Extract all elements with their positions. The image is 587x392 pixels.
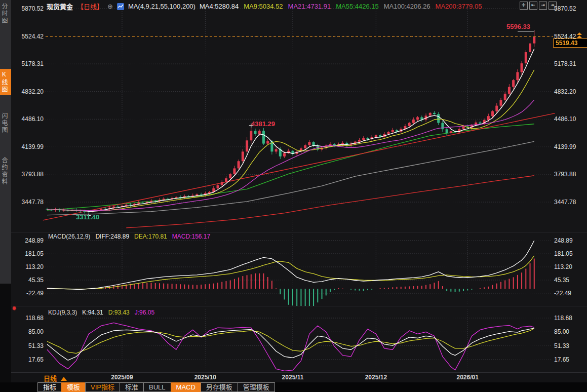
axis-label: 113.20 bbox=[15, 263, 44, 270]
macd-diff-value: DIFF:248.89 bbox=[95, 233, 129, 240]
axis-label: 17.65 bbox=[15, 356, 44, 363]
tab-另存模板[interactable]: 另存模板 bbox=[201, 382, 238, 392]
kdj-j-value: J:96.05 bbox=[135, 309, 154, 316]
x-axis-date-label: 2025/12 bbox=[365, 374, 387, 381]
panel-divider bbox=[11, 306, 587, 306]
axis-fit-left-icon[interactable]: ⇤ bbox=[529, 2, 537, 10]
macd-title: MACD(26,12,9) bbox=[48, 233, 90, 240]
current-price-tag: 5519.43 bbox=[553, 38, 587, 48]
axis-label: 4832.20 bbox=[554, 88, 576, 95]
macd-value: MACD:156.17 bbox=[172, 233, 210, 240]
macd-dea-value: DEA:170.81 bbox=[134, 233, 167, 240]
ma-value: MA4:5280.84 bbox=[200, 3, 239, 10]
annotation-low: 3311.40 bbox=[76, 213, 99, 221]
annotation-session-high: 5596.33 bbox=[506, 23, 530, 30]
axis-label: 5870.52 bbox=[15, 5, 44, 12]
axis-fit-bottom-icon[interactable]: ⇥ bbox=[539, 2, 547, 10]
axis-label: -22.49 bbox=[15, 290, 44, 297]
axis-label: 4139.99 bbox=[15, 143, 44, 150]
tab-VIP指标[interactable]: VIP指标 bbox=[85, 382, 120, 392]
sidebar-item-3[interactable]: 闪电图 bbox=[0, 112, 11, 134]
axis-label: 118.68 bbox=[15, 315, 44, 322]
axis-label: 5524.42 bbox=[15, 33, 44, 40]
compare-add-icon[interactable]: ⊕ bbox=[107, 3, 113, 10]
kdj-d-value: D:93.43 bbox=[108, 309, 130, 316]
x-axis-date-label: 2025/10 bbox=[194, 374, 216, 381]
trading-app: 分时图K线图闪电图合约资料 现货黄金 【日线】 ⊕ MA(4,9,21,55,1… bbox=[0, 0, 587, 392]
ma-value: MA100:4206.26 bbox=[384, 3, 431, 10]
chart-header: 现货黄金 【日线】 ⊕ MA(4,9,21,55,100,200) MA4:52… bbox=[47, 2, 482, 11]
axis-label: 45.35 bbox=[554, 277, 569, 284]
ma-value: MA55:4426.15 bbox=[336, 3, 379, 10]
x-axis-date-label: 2025/11 bbox=[282, 374, 304, 381]
axis-label: 5524.42 bbox=[554, 33, 576, 40]
axis-label: 17.65 bbox=[554, 356, 569, 363]
chart-toolbar: ✛⇤⇥⇸ bbox=[520, 2, 557, 10]
ma-values: MA4:5280.84MA9:5034.52MA21:4731.91MA55:4… bbox=[200, 3, 482, 10]
kdj-title: KDJ(9,3,3) bbox=[48, 309, 77, 316]
left-sidebar: 分时图K线图闪电图合约资料 bbox=[0, 0, 11, 392]
indicator-tab-bar: 指标模板VIP指标标准BULLMACD另存模板管理模板 bbox=[38, 382, 275, 392]
axis-label: -22.49 bbox=[554, 290, 571, 297]
axis-label: 3793.88 bbox=[554, 171, 576, 178]
sidebar-background bbox=[0, 0, 11, 284]
mini-chart-icon bbox=[117, 3, 124, 10]
axis-label: 181.05 bbox=[554, 250, 573, 257]
axis-label: 113.20 bbox=[554, 263, 572, 270]
axis-label: 248.89 bbox=[554, 237, 573, 244]
axis-label: 3793.88 bbox=[15, 171, 44, 178]
period-selector[interactable]: 日线 bbox=[44, 373, 67, 383]
axis-label: 51.33 bbox=[554, 342, 569, 349]
axis-label: 118.68 bbox=[554, 315, 572, 322]
triangle-up-icon bbox=[61, 377, 67, 381]
axis-label: 181.05 bbox=[15, 250, 44, 257]
price-up-arrows-icon bbox=[576, 32, 583, 39]
axis-label: 4139.99 bbox=[554, 143, 576, 150]
tab-指标[interactable]: 指标 bbox=[37, 382, 62, 392]
axis-label: 45.35 bbox=[15, 277, 44, 284]
axis-label: 4832.20 bbox=[15, 88, 44, 95]
axis-label: 248.89 bbox=[15, 237, 44, 244]
x-axis-date-label: 2025/09 bbox=[111, 374, 133, 381]
sidebar-item-1[interactable]: 分时图 bbox=[0, 3, 11, 24]
sidebar-item-4[interactable]: 合约资料 bbox=[0, 157, 11, 185]
macd-header: MACD(26,12,9) DIFF:248.89 DEA:170.81 MAC… bbox=[48, 233, 210, 240]
symbol-name: 现货黄金 bbox=[47, 2, 73, 11]
period-tag: 【日线】 bbox=[77, 2, 103, 11]
ma-settings-label: MA(4,9,21,55,100,200) bbox=[128, 3, 195, 10]
panel-divider bbox=[11, 232, 587, 232]
tab-MACD[interactable]: MACD bbox=[171, 382, 201, 392]
axis-label: 51.33 bbox=[15, 342, 44, 349]
axis-label: 5178.31 bbox=[15, 60, 44, 67]
tab-管理模板[interactable]: 管理模板 bbox=[238, 382, 275, 392]
axis-label: 5178.31 bbox=[554, 60, 576, 67]
ma-value: MA21:4731.91 bbox=[288, 3, 331, 10]
tab-BULL[interactable]: BULL bbox=[143, 382, 171, 392]
axis-label: 3447.78 bbox=[554, 199, 576, 206]
chart-canvas[interactable] bbox=[0, 0, 587, 392]
axis-label: 85.00 bbox=[15, 328, 44, 335]
ma-value: MA200:3779.05 bbox=[436, 3, 482, 10]
axis-label: 85.00 bbox=[554, 328, 569, 335]
move-tool-icon[interactable]: ✛ bbox=[520, 2, 528, 10]
period-selector-label: 日线 bbox=[44, 375, 57, 382]
x-axis-date-label: 2026/01 bbox=[457, 374, 479, 381]
axis-label: 3447.78 bbox=[15, 199, 44, 206]
kdj-header: KDJ(9,3,3) K:94.31 D:93.43 J:96.05 bbox=[48, 309, 154, 316]
sidebar-item-2[interactable]: K线图 bbox=[0, 69, 11, 95]
annotation-october-peak: 4381.29 bbox=[251, 120, 275, 128]
axis-label: 4486.10 bbox=[15, 115, 44, 123]
tab-模板[interactable]: 模板 bbox=[61, 382, 86, 392]
tab-标准[interactable]: 标准 bbox=[120, 382, 144, 392]
kdj-k-value: K:94.31 bbox=[82, 309, 103, 316]
ma-value: MA9:5034.52 bbox=[244, 3, 283, 10]
axis-label: 5870.52 bbox=[554, 5, 576, 12]
axis-label: 4486.10 bbox=[554, 115, 576, 123]
